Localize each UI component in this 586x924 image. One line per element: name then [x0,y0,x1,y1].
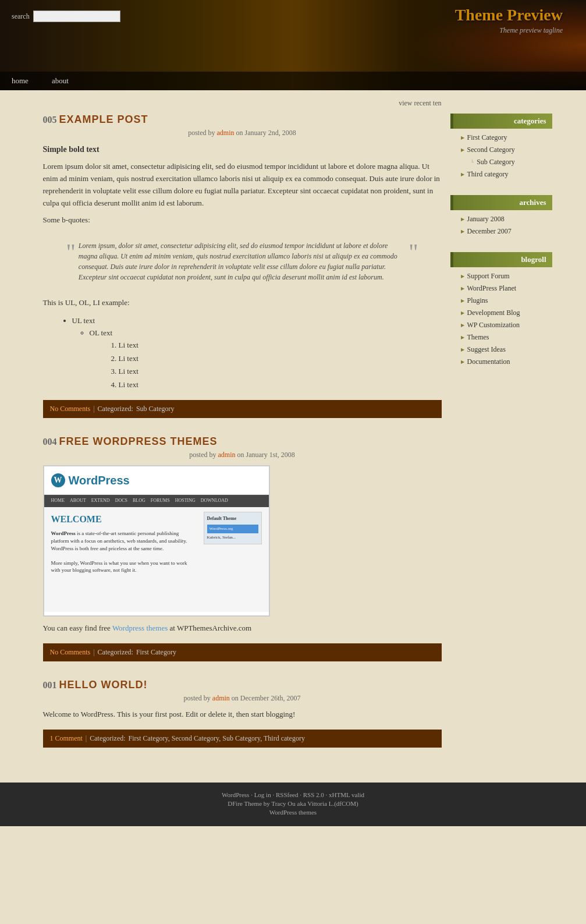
site-footer: WordPress · Log in · RSSfeed · RSS 2.0 ·… [0,783,586,826]
archive-jan-2008[interactable]: January 2008 [450,213,552,225]
search-label: search [12,12,30,21]
wpc-link[interactable]: WP Customization [467,321,520,330]
post-1-meta: posted by admin on January 2nd, 2008 [43,129,442,137]
post-2-footer: No Comments | Categorized: First Categor… [43,643,442,661]
blogroll-plugins[interactable]: Plugins [450,295,552,307]
site-title: Theme Preview [455,6,563,24]
wp-welcome-title: WELCOME [51,512,197,527]
footer-rssfeed[interactable]: RSSfeed [276,791,299,798]
nav-about[interactable]: about [40,72,80,90]
post-1-text: Lorem ipsum dolor sit amet, consectetur … [43,161,442,209]
post-1-body: Simple bold text Lorem ipsum dolor sit a… [43,143,442,391]
post-2-author[interactable]: admin [218,451,236,459]
post-1-bold: Simple bold text [43,143,442,156]
post-2-title: FREE WORDPRESS THEMES [59,436,218,447]
post-1-author[interactable]: admin [217,129,235,137]
post-2: 004 FREE WORDPRESS THEMES posted by admi… [43,436,442,661]
wp-nav: HOME ABOUT EXTEND DOCS BLOG FORUMS HOSTI… [44,495,269,507]
category-second-link[interactable]: Second Category [467,146,515,154]
category-third[interactable]: Third category [450,168,552,180]
themes-link[interactable]: Themes [467,333,489,342]
li-item: Li text [119,353,442,365]
blogroll-list: Support Forum WordPress Planet Plugins D… [450,267,552,371]
blogroll-section: blogroll Support Forum WordPress Planet … [450,252,552,371]
footer-wpthemes: WordPress themes [9,809,577,816]
page-wrapper: view recent ten 005 EXAMPLE POST posted … [34,90,552,765]
post-1-header: 005 EXAMPLE POST [43,114,442,126]
planet-link[interactable]: WordPress Planet [467,284,517,293]
list-example: UL text OL text Li text Li text Li text … [55,315,442,391]
dev-link[interactable]: Development Blog [467,309,520,317]
blogroll-planet[interactable]: WordPress Planet [450,282,552,295]
post-1-number: 005 [43,115,59,125]
footer-login[interactable]: Log in [254,791,271,798]
blogroll-docs[interactable]: Documentation [450,356,552,368]
wp-main-content: WELCOME WordPress is a state-of-the-art … [51,512,197,607]
separator: | [93,405,94,413]
post-3-category: First Category, Second Category, Sub Cat… [129,734,305,743]
li-item: Li text [119,379,442,391]
post-1-title: EXAMPLE POST [59,114,148,125]
category-sub[interactable]: Sub Category [450,156,552,168]
search-bar: search [12,10,120,22]
post-3-comments[interactable]: 1 Comment [50,734,83,743]
blogroll-dev[interactable]: Development Blog [450,307,552,319]
view-recent: view recent ten [43,96,442,114]
blogroll-support[interactable]: Support Forum [450,270,552,282]
wp-logo: W [51,473,65,487]
post-3-footer: 1 Comment | Categorized: First Category,… [43,730,442,748]
post-2-header: 004 FREE WORDPRESS THEMES [43,436,442,448]
footer-wordpress[interactable]: WordPress [222,791,249,798]
wordpress-screenshot: W WordPress HOME ABOUT EXTEND DOCS BLOG … [43,465,270,617]
blogroll-suggest[interactable]: Suggest Ideas [450,344,552,356]
category-third-link[interactable]: Third category [467,170,509,179]
footer-rss2[interactable]: RSS 2.0 [303,791,324,798]
bquotes-label: Some b-quotes: [43,214,442,226]
blogroll-title: blogroll [450,252,552,267]
post-1-comments[interactable]: No Comments [50,405,91,413]
categorized-label: Categorized: [98,405,133,413]
search-input[interactable] [33,10,120,22]
category-second[interactable]: Second Category [450,144,552,156]
ul-item: UL text OL text Li text Li text Li text … [72,315,442,391]
site-tagline: Theme preview tagline [499,26,563,35]
view-recent-link[interactable]: view recent ten [399,99,441,107]
ol-label: OL text Li text Li text Li text Li text [90,327,442,391]
site-header: search Theme Preview Theme preview tagli… [0,0,586,90]
docs-link[interactable]: Documentation [467,357,510,366]
support-link[interactable]: Support Forum [467,272,510,281]
blogroll-themes[interactable]: Themes [450,331,552,344]
post-2-category: First Category [136,648,176,657]
ol-list: Li text Li text Li text Li text [119,339,442,391]
plugins-link[interactable]: Plugins [467,296,488,305]
blogroll-wpc[interactable]: WP Customization [450,319,552,331]
post-3-number: 001 [43,680,59,690]
main-nav: home about [0,72,586,90]
archive-jan-link[interactable]: January 2008 [467,215,505,224]
archive-dec-2007[interactable]: December 2007 [450,225,552,238]
footer-credit: DFire Theme by Tracy Ou aka Vittoria L.(… [9,800,577,807]
post-2-comments[interactable]: No Comments [50,648,91,657]
close-quote: " [409,240,418,264]
archive-dec-link[interactable]: December 2007 [467,227,512,236]
categories-title: categories [450,114,552,129]
category-sub-link[interactable]: Sub Category [477,158,515,167]
post-3-author[interactable]: admin [212,694,230,702]
post-2-number: 004 [43,437,59,447]
categories-list: First Category Second Category Sub Categ… [450,129,552,183]
footer-links: WordPress · Log in · RSSfeed · RSS 2.0 ·… [9,791,577,798]
category-first[interactable]: First Category [450,132,552,144]
wordpress-themes-link[interactable]: Wordpress themes [112,624,168,632]
post-2-text: You can easy find free Wordpress themes … [43,622,442,635]
category-first-link[interactable]: First Category [467,133,507,142]
wp-theme-box: Default Theme WordPress.org Kubrick, Ste… [204,512,262,544]
post-3-title: HELLO WORLD! [59,679,148,691]
main-content: view recent ten 005 EXAMPLE POST posted … [34,96,450,765]
nav-home[interactable]: home [0,72,40,90]
open-quote: " [66,240,76,264]
post-3: 001 HELLO WORLD! posted by admin on Dece… [43,679,442,748]
footer-xhtml[interactable]: xHTML valid [329,791,364,798]
suggest-link[interactable]: Suggest Ideas [467,345,506,354]
blockquote-text: Lorem ipsum, dolor sit amet, consectetur… [79,240,406,282]
post-1: 005 EXAMPLE POST posted by admin on Janu… [43,114,442,418]
